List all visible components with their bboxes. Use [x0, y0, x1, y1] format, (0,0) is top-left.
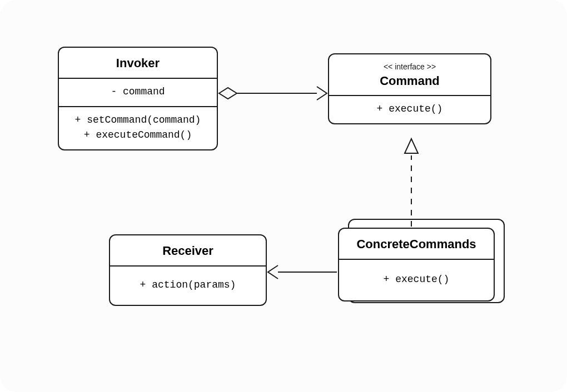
class-invoker-title: Invoker — [116, 56, 160, 70]
class-receiver: Receiver + action(params) — [109, 234, 267, 306]
class-concretecommands-title: ConcreteCommands — [356, 237, 476, 251]
edge-invoker-aggregates-command — [219, 87, 327, 100]
receiver-op-action: + action(params) — [117, 278, 259, 293]
invoker-op-setcommand: + setCommand(command) — [66, 113, 210, 128]
edge-concretecommands-realizes-command — [405, 139, 418, 227]
invoker-field-command: - command — [66, 84, 210, 99]
class-receiver-title: Receiver — [162, 244, 213, 258]
interface-command-title: Command — [380, 74, 440, 88]
command-op-execute: + execute() — [336, 102, 484, 117]
edge-concretecommands-uses-receiver — [268, 265, 337, 279]
uml-diagram-command-pattern: Invoker - command + setCommand(command) … — [0, 0, 567, 392]
class-concretecommands: ConcreteCommands + execute() — [338, 228, 495, 301]
class-invoker: Invoker - command + setCommand(command) … — [58, 47, 218, 150]
concretecommands-op-execute: + execute() — [346, 272, 487, 287]
interface-command: << interface >> Command + execute() — [328, 53, 491, 124]
svg-marker-3 — [405, 139, 418, 153]
invoker-op-executecommand: + executeCommand() — [66, 128, 210, 143]
command-stereotype: << interface >> — [334, 62, 486, 72]
svg-marker-0 — [219, 88, 237, 99]
